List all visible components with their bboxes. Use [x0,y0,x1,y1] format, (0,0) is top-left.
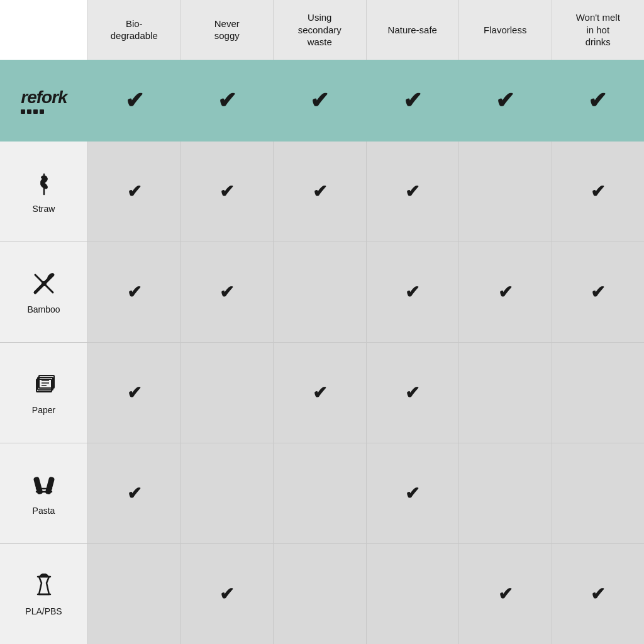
bamboo-check-biodegradable [88,242,181,342]
bamboo-check-flavorless [459,242,552,342]
bamboo-icon [30,270,58,301]
pla-pbs-check-wont-melt [552,544,645,644]
straw-check-nature-safe [367,142,460,242]
paper-check-wont-melt [552,343,645,443]
header-flavorless: Flavorless [459,0,552,60]
pla-pbs-icon [30,572,58,602]
bamboo-check-secondary-waste [274,242,367,342]
header-empty-cell [0,0,88,60]
refork-check-secondary-waste [274,60,366,142]
refork-check-never-soggy [180,60,273,142]
paper-icon [30,370,58,401]
header-biodegradable: Bio-degradable [88,0,181,60]
paper-material-cell: Paper [0,343,88,443]
pla-pbs-label: PLA/PBS [25,606,62,616]
straw-label: Straw [33,204,55,214]
pasta-check-flavorless [459,443,552,543]
straw-check-secondary-waste [274,142,367,242]
paper-check-biodegradable [88,343,181,443]
pla-pbs-check-biodegradable [88,544,181,644]
header-wont-melt: Won't meltin hotdrinks [552,0,645,60]
paper-row: Paper [0,343,644,443]
pasta-material-cell: Pasta [0,443,88,543]
header-never-soggy: Neversoggy [181,0,274,60]
bamboo-material-cell: Bamboo [0,242,88,342]
bamboo-check-wont-melt [552,242,645,342]
straw-row: Straw [0,142,644,242]
straw-check-never-soggy [181,142,274,242]
svg-point-6 [42,281,47,286]
refork-brand-cell: refork [0,60,88,142]
paper-label: Paper [32,405,55,415]
svg-point-3 [41,175,47,179]
refork-dot-3 [33,109,38,114]
data-rows: Straw [0,142,644,645]
header-row: Bio-degradable Neversoggy Usingsecondary… [0,0,644,60]
pla-pbs-check-secondary-waste [274,544,367,644]
pla-pbs-check-flavorless [459,544,552,644]
refork-check-wont-melt [552,60,644,142]
header-secondary-waste: Usingsecondarywaste [274,0,367,60]
header-nature-safe: Nature-safe [367,0,460,60]
refork-logo-dots [21,109,44,114]
pasta-row: Pasta [0,443,644,544]
refork-row: refork [0,60,644,142]
straw-check-wont-melt [552,142,645,242]
pasta-check-nature-safe [367,443,460,543]
comparison-table: Bio-degradable Neversoggy Usingsecondary… [0,0,644,644]
refork-logo: refork [21,87,67,114]
bamboo-row: Bamboo [0,242,644,343]
pla-pbs-check-nature-safe [367,544,460,644]
pasta-icon [30,471,58,502]
pasta-check-biodegradable [88,443,181,543]
paper-check-secondary-waste [274,343,367,443]
paper-check-flavorless [459,343,552,443]
refork-logo-text: refork [21,87,67,108]
refork-dot-4 [40,109,44,114]
refork-check-biodegradable [88,60,180,142]
pasta-check-never-soggy [181,443,274,543]
refork-dot-1 [21,109,25,114]
straw-icon [30,169,58,200]
bamboo-label: Bamboo [27,304,60,314]
pla-pbs-check-never-soggy [181,544,274,644]
bamboo-check-never-soggy [181,242,274,342]
straw-check-flavorless [459,142,552,242]
pasta-label: Pasta [33,506,55,516]
refork-check-nature-safe [366,60,458,142]
bamboo-check-nature-safe [367,242,460,342]
straw-material-cell: Straw [0,142,88,242]
pasta-check-secondary-waste [274,443,367,543]
pla-pbs-row: PLA/PBS [0,544,644,644]
refork-dot-2 [27,109,31,114]
pasta-check-wont-melt [552,443,645,543]
refork-check-flavorless [458,60,551,142]
paper-check-never-soggy [181,343,274,443]
straw-check-biodegradable [88,142,181,242]
paper-check-nature-safe [367,343,460,443]
pla-pbs-material-cell: PLA/PBS [0,544,88,644]
